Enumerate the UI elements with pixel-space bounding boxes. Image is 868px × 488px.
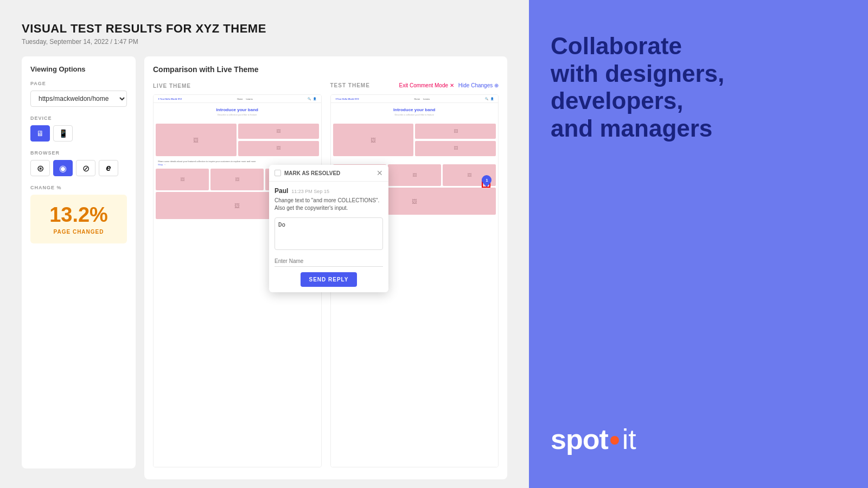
test-hero-title: Introduce your band: [333, 107, 496, 112]
test-hero-sub: Describe a collection you'd like to feat…: [333, 113, 496, 116]
live-nav-icons: 🔍 👤: [308, 97, 316, 100]
live-nav-links: Home Learns: [237, 98, 253, 100]
comment-marker-number: 1: [486, 178, 488, 183]
live-grid-row1: 🖼 🖼 🖼: [154, 124, 321, 158]
content-area: Viewing Options PAGE https/mackweldon/ho…: [22, 56, 507, 479]
test-nav: ✦ Test Hello World XYZ Home Learns 🔍 👤: [331, 95, 499, 103]
test-hero: Introduce your band Describe a collectio…: [331, 103, 499, 124]
test-nav-icons: 🔍 👤: [485, 97, 494, 100]
report-date: Tuesday, September 14, 2022 / 1:47 PM: [22, 38, 507, 46]
browser-label: BROWSER: [30, 150, 127, 156]
device-section: DEVICE 🖥 📱: [30, 115, 127, 142]
test-img-group: 🖼 🖼: [415, 124, 496, 156]
safari-browser-button[interactable]: ⊘: [76, 160, 95, 176]
live-theme-label: LIVE THEME: [153, 83, 191, 89]
comment-time: 11:23 PM Sep 15: [291, 189, 329, 194]
exit-comment-button[interactable]: Exit Comment Mode ✕: [399, 82, 454, 88]
page-label: PAGE: [30, 81, 127, 86]
firefox-browser-button[interactable]: ⊛: [30, 160, 50, 176]
test-theme-label: TEST THEME: [330, 82, 370, 88]
test-grid-row1: 🖼 🖼 🖼: [331, 124, 499, 158]
live-img-4: 🖼: [156, 169, 209, 190]
left-panel: VISUAL TEST RESULTS FOR XYZ THEME Tuesda…: [0, 0, 529, 488]
comment-author-line: Paul 11:23 PM Sep 15: [275, 187, 383, 195]
test-theme-label-container: TEST THEME Exit Comment Mode ✕ Hide Chan…: [330, 82, 499, 88]
live-hero: Introduce your band Describe a collectio…: [154, 103, 321, 124]
main-content: Comparison with Live Theme LIVE THEME TE…: [144, 56, 507, 479]
device-buttons: 🖥 📱: [30, 125, 127, 142]
comment-marker-container: 1: [482, 175, 492, 185]
theme-action-buttons: Exit Comment Mode ✕ Hide Changes ⊕: [399, 82, 499, 88]
options-sidebar: Viewing Options PAGE https/mackweldon/ho…: [22, 56, 136, 468]
popup-close-button[interactable]: ✕: [376, 169, 383, 177]
edge-browser-button[interactable]: e: [99, 160, 118, 176]
brand-dot-icon: [610, 436, 619, 445]
browser-section: BROWSER ⊛ ◉ ⊘ e: [30, 150, 127, 176]
live-theme-label-container: LIVE THEME: [153, 80, 322, 90]
live-hero-title: Introduce your band: [156, 107, 319, 112]
comment-text: Change text to "and more COLLECTIONS". A…: [275, 197, 383, 212]
live-img-1: 🖼: [156, 124, 237, 156]
change-label: CHANGE %: [30, 185, 127, 190]
live-img-group: 🖼 🖼: [238, 124, 319, 156]
right-panel: Collaborate with designers, developers, …: [529, 0, 868, 488]
reply-textarea[interactable]: Do: [275, 217, 383, 250]
comment-author: Paul: [275, 187, 288, 195]
mobile-device-button[interactable]: 📱: [53, 125, 73, 142]
report-header: VISUAL TEST RESULTS FOR XYZ THEME Tuesda…: [22, 22, 507, 46]
send-reply-button[interactable]: SEND REPLY: [301, 272, 358, 287]
chrome-browser-button[interactable]: ◉: [53, 160, 73, 176]
comment-marker[interactable]: 1: [480, 173, 493, 187]
tagline: Collaborate with designers, developers, …: [551, 33, 846, 142]
comment-popup: MARK AS RESOLVED ✕ Paul 11:23 PM Sep 15 …: [269, 165, 388, 292]
mark-resolved-checkbox[interactable]: [275, 170, 281, 176]
desktop-device-button[interactable]: 🖥: [30, 125, 50, 142]
sidebar-title: Viewing Options: [30, 65, 127, 73]
live-img-5: 🖼: [210, 169, 264, 190]
page-select[interactable]: https/mackweldon/home: [30, 91, 127, 107]
test-img-2: 🖼: [415, 124, 496, 139]
change-badge: PAGE CHANGED: [39, 229, 118, 235]
hide-changes-button[interactable]: Hide Changes ⊕: [458, 82, 499, 88]
report-title: VISUAL TEST RESULTS FOR XYZ THEME: [22, 22, 507, 36]
theme-labels-row: LIVE THEME TEST THEME Exit Comment Mode …: [153, 80, 499, 90]
change-box: 13.2% PAGE CHANGED: [30, 195, 127, 243]
browser-buttons: ⊛ ◉ ⊘ e: [30, 160, 127, 176]
mark-resolved-label[interactable]: MARK AS RESOLVED: [275, 170, 340, 176]
test-img-1: 🖼: [333, 124, 414, 156]
test-img-5: 🖼: [388, 164, 441, 186]
device-label: DEVICE: [30, 115, 127, 121]
test-nav-logo: ✦ Test Hello World XYZ: [335, 98, 359, 100]
page-section: PAGE https/mackweldon/home: [30, 81, 127, 107]
live-img-3: 🖼: [238, 141, 319, 156]
test-img-3: 🖼: [415, 141, 496, 156]
change-section: CHANGE % 13.2% PAGE CHANGED: [30, 185, 127, 243]
change-percent: 13.2%: [39, 203, 118, 227]
popup-header: MARK AS RESOLVED ✕: [269, 165, 388, 182]
live-nav: ✦ Test Hello World XYZ Home Learns 🔍 👤: [154, 95, 321, 103]
comparison-title: Comparison with Live Theme: [153, 65, 499, 74]
live-hero-sub: Describe a collection you'd like to feat…: [156, 113, 319, 116]
popup-body: Paul 11:23 PM Sep 15 Change text to "and…: [269, 182, 388, 292]
reply-name-input[interactable]: [275, 256, 383, 267]
tagline-block: Collaborate with designers, developers, …: [551, 33, 846, 142]
brand-suffix: it: [622, 423, 636, 455]
test-nav-links: Home Learns: [414, 98, 430, 100]
brand-name: spot: [551, 423, 608, 455]
live-nav-logo: ✦ Test Hello World XYZ: [158, 98, 182, 100]
live-img-2: 🖼: [238, 124, 319, 139]
brand-logo: spot it: [551, 423, 846, 455]
